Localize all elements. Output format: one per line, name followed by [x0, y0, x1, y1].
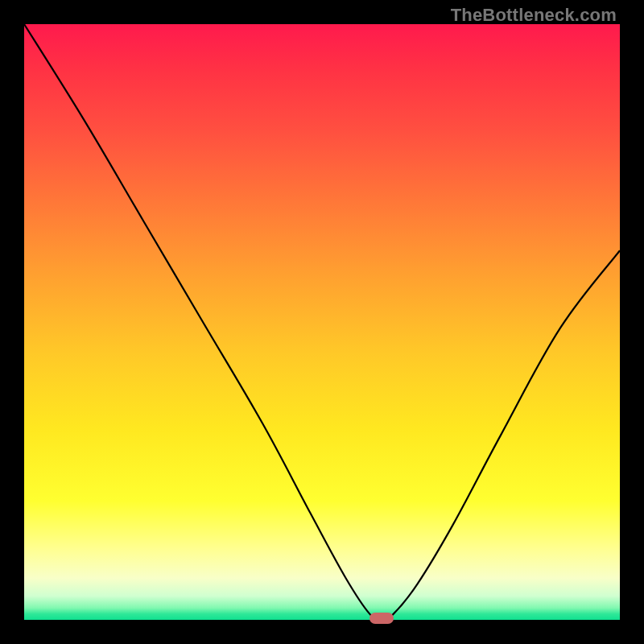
- plot-area: [24, 24, 620, 620]
- watermark-text: TheBottleneck.com: [451, 5, 617, 26]
- optimal-point-marker: [369, 613, 394, 624]
- bottleneck-curve: [24, 24, 620, 620]
- chart-frame: TheBottleneck.com: [0, 0, 644, 644]
